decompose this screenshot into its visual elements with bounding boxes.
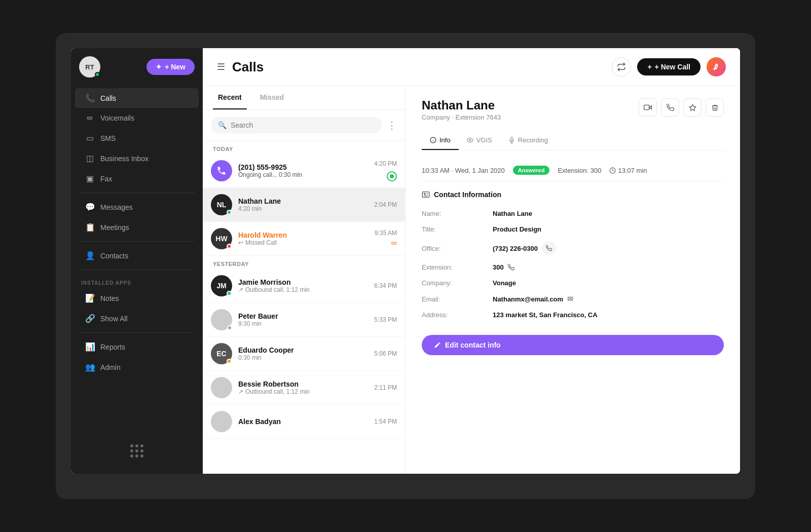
- sidebar-item-contacts[interactable]: 👤 Contacts: [75, 246, 199, 265]
- phone-call-button[interactable]: [661, 98, 679, 117]
- call-item-harold[interactable]: HW Harold Warren ↩ Missed Call: [203, 222, 405, 256]
- status-dot-harold: [227, 244, 232, 249]
- call-item-bessie[interactable]: Bessie Robertson ↗ Outbound call, 1:12 m…: [203, 371, 405, 405]
- sidebar-item-fax[interactable]: ▣ Fax: [75, 169, 199, 188]
- sidebar-divider-2: [79, 241, 195, 242]
- detail-panel: Nathan Lane Company · Extension 7643: [406, 86, 740, 474]
- extension-phone-icon: [508, 264, 514, 271]
- tab-recent[interactable]: Recent: [213, 86, 247, 109]
- call-name-jamie: Jamie Morrison: [238, 278, 368, 286]
- search-bar-row: 🔍 ⋮: [203, 110, 405, 141]
- call-time-alex: 1:54 PM: [374, 418, 397, 425]
- search-input-wrap: 🔍: [211, 117, 382, 133]
- new-call-button[interactable]: + + New Call: [637, 58, 701, 75]
- sidebar-item-business-inbox[interactable]: ◫ Business Inbox: [75, 148, 199, 168]
- call-info-alex: Alex Badyan: [238, 417, 368, 426]
- contact-subtitle: Company · Extension 7643: [422, 113, 501, 121]
- sidebar-item-reports[interactable]: 📊 Reports: [75, 337, 199, 357]
- info-row-extension: Extension: 300: [422, 259, 724, 275]
- call-item-ongoing[interactable]: (201) 555-9925 Ongoing call... 0:30 min …: [203, 154, 405, 188]
- sidebar-divider-1: [79, 193, 195, 193]
- svg-marker-2: [689, 104, 696, 110]
- content-area: Recent Missed 🔍 ⋮ TODAY: [203, 86, 740, 474]
- rocket-button[interactable]: [707, 57, 726, 77]
- call-sub-eduardo: 0:30 min: [238, 354, 368, 361]
- tab-vgis[interactable]: VGIS: [459, 131, 500, 150]
- sidebar-divider-4: [79, 332, 195, 333]
- info-label-email: Email:: [422, 295, 493, 303]
- online-indicator: [95, 72, 100, 77]
- call-item-alex[interactable]: Alex Badyan 1:54 PM: [203, 405, 405, 439]
- header-actions: + + New Call: [612, 57, 726, 77]
- star-button[interactable]: [683, 98, 702, 117]
- sms-icon: ▭: [85, 133, 94, 143]
- sidebar-item-meetings[interactable]: 📋 Meetings: [75, 217, 199, 237]
- edit-contact-button[interactable]: Edit contact info: [422, 335, 724, 355]
- contact-card-icon: [422, 191, 430, 199]
- clock-icon: [609, 167, 616, 174]
- sidebar-item-messages[interactable]: 💬 Messages: [75, 197, 199, 217]
- info-row-address: Address: 123 market St, San Francisco, C…: [422, 307, 724, 323]
- svg-rect-10: [422, 192, 429, 198]
- tab-info[interactable]: Info: [422, 131, 459, 150]
- call-info-ongoing: (201) 555-9925 Ongoing call... 0:30 min: [238, 163, 368, 178]
- sidebar-item-sms[interactable]: ▭ SMS: [75, 128, 199, 148]
- contact-header: Nathan Lane Company · Extension 7643: [422, 98, 724, 121]
- contact-name: Nathan Lane: [422, 98, 501, 112]
- call-item-jamie[interactable]: JM Jamie Morrison ↗ Outbound call, 1:12 …: [203, 269, 405, 303]
- call-item-nathan[interactable]: NL Nathan Lane 4:20 min 2:04 PM: [203, 188, 405, 222]
- sidebar-item-voicemails[interactable]: ∞ Voicemails: [75, 108, 199, 128]
- sidebar-item-admin[interactable]: 👥 Admin: [75, 357, 199, 377]
- call-list-panel: Recent Missed 🔍 ⋮ TODAY: [203, 86, 406, 474]
- contact-info-section: Contact Information Name: Nathan Lane Ti…: [422, 191, 724, 323]
- sidebar-item-calls[interactable]: 📞 Calls: [75, 88, 199, 108]
- avatar-bessie: [211, 377, 232, 398]
- info-tab-icon: [430, 137, 436, 143]
- sidebar-item-notes[interactable]: 📝 Notes: [75, 288, 199, 308]
- sidebar: RT ✦ + New 📞 Calls ∞ Voicemails: [71, 48, 203, 474]
- office-call-button[interactable]: [542, 241, 556, 255]
- eye-icon: [467, 137, 473, 143]
- call-time-bessie: 2:11 PM: [374, 384, 397, 391]
- call-time-eduardo: 5:06 PM: [374, 350, 397, 357]
- call-time-peter: 5:33 PM: [374, 316, 397, 323]
- info-value-email: Nathanmx@email.com ✉: [493, 295, 573, 303]
- tab-recording[interactable]: Recording: [500, 131, 556, 150]
- call-sub-jamie: ↗ Outbound call, 1:12 min: [238, 286, 368, 293]
- call-name-eduardo: Eduardo Cooper: [238, 346, 368, 354]
- new-button[interactable]: ✦ + New: [146, 59, 195, 75]
- call-duration: 13:07 min: [609, 167, 647, 174]
- search-icon: 🔍: [218, 121, 227, 129]
- sidebar-item-show-all[interactable]: 🔗 Show All: [75, 309, 199, 328]
- main-header: ☰ Calls + + New Call: [203, 48, 740, 86]
- transfer-icon-button[interactable]: [612, 57, 631, 77]
- messages-icon: 💬: [85, 202, 94, 212]
- search-input[interactable]: [231, 121, 375, 129]
- more-options-icon[interactable]: ⋮: [387, 119, 397, 131]
- main-area: ☰ Calls + + New Call: [203, 48, 740, 474]
- info-row-company: Company: Vonage: [422, 275, 724, 291]
- video-call-button[interactable]: [639, 98, 657, 117]
- status-dot-nathan: [227, 210, 232, 215]
- svg-rect-1: [644, 105, 649, 109]
- call-item-peter[interactable]: Peter Bauer 9:30 min 5:33 PM: [203, 303, 405, 337]
- call-name-alex: Alex Badyan: [238, 417, 368, 426]
- info-value-extension: 300: [493, 263, 514, 271]
- missed-arrow-icon: ↩: [238, 239, 243, 246]
- avatar-ongoing: [211, 160, 232, 181]
- outbound-icon-jamie: ↗: [238, 286, 243, 293]
- mic-icon: [508, 137, 515, 143]
- hamburger-icon[interactable]: ☰: [217, 61, 225, 72]
- yesterday-label: YESTERDAY: [203, 256, 405, 269]
- page-title: Calls: [232, 59, 264, 75]
- call-record-time: 10:33 AM · Wed, 1 Jan 2020: [422, 167, 505, 174]
- delete-button[interactable]: [706, 98, 724, 117]
- contact-info-header: Contact Information: [422, 191, 724, 199]
- call-sub-harold: ↩ Missed Call: [238, 239, 368, 246]
- outbound-icon-bessie: ↗: [238, 388, 243, 395]
- info-label-office: Office:: [422, 245, 493, 252]
- svg-point-6: [469, 139, 471, 141]
- call-item-eduardo[interactable]: EC Eduardo Cooper 0:30 min 5:06 PM: [203, 337, 405, 371]
- tab-missed[interactable]: Missed: [255, 86, 289, 109]
- office-phone-icon: [546, 245, 552, 251]
